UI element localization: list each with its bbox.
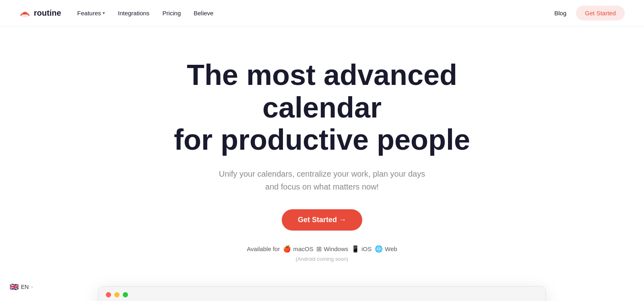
nav-features[interactable]: Features ▾ <box>77 10 105 16</box>
platform-web: 🌐 Web <box>375 245 397 253</box>
logo-text: routine <box>34 8 61 18</box>
traffic-light-yellow[interactable] <box>114 292 120 297</box>
logo-icon <box>19 9 31 18</box>
globe-icon: 🌐 <box>375 245 383 253</box>
platforms-row: Available for 🍎 macOS ⊞ Windows 📱 iOS 🌐 … <box>247 245 397 253</box>
nav-right: Blog Get Started <box>554 6 625 21</box>
app-window: ‹ › ⊟ ⊜ TASKS Mar 2023 ‹ › <box>98 286 546 301</box>
nav-pricing[interactable]: Pricing <box>162 10 181 16</box>
hero-title: The most advanced calendar for productiv… <box>161 59 483 156</box>
nav-believe[interactable]: Believe <box>194 10 213 16</box>
nav-integrations[interactable]: Integrations <box>118 10 149 16</box>
nav-links: Features ▾ Integrations Pricing Believe <box>77 10 214 16</box>
platform-windows: ⊞ Windows <box>316 245 348 253</box>
language-selector[interactable]: 🇬🇧 EN › <box>10 282 33 291</box>
platform-macos: 🍎 macOS <box>283 245 313 253</box>
traffic-light-red[interactable] <box>106 292 111 297</box>
window-titlebar <box>99 287 545 301</box>
apple-icon: 🍎 <box>283 245 291 253</box>
android-note: (Android coming soon) <box>296 256 349 262</box>
navbar: routine Features ▾ Integrations Pricing … <box>0 0 644 27</box>
app-preview: ‹ › ⊟ ⊜ TASKS Mar 2023 ‹ › <box>89 286 555 301</box>
chevron-down-icon: ▾ <box>103 10 105 16</box>
nav-blog[interactable]: Blog <box>554 10 566 16</box>
get-started-nav-button[interactable]: Get Started <box>576 6 625 21</box>
uk-flag-icon: 🇬🇧 <box>10 282 19 291</box>
traffic-light-green[interactable] <box>123 292 128 297</box>
logo[interactable]: routine <box>19 8 61 18</box>
windows-icon: ⊞ <box>316 245 322 253</box>
language-chevron-icon: › <box>31 284 33 290</box>
cta-get-started-button[interactable]: Get Started → <box>282 209 362 231</box>
language-label: EN <box>21 284 29 290</box>
platform-ios: 📱 iOS <box>351 245 372 253</box>
ios-icon: 📱 <box>351 245 359 253</box>
hero-section: The most advanced calendar for productiv… <box>0 27 644 286</box>
hero-subtitle: Unify your calendars, centralize your wo… <box>219 167 425 193</box>
nav-left: routine Features ▾ Integrations Pricing … <box>19 8 213 18</box>
